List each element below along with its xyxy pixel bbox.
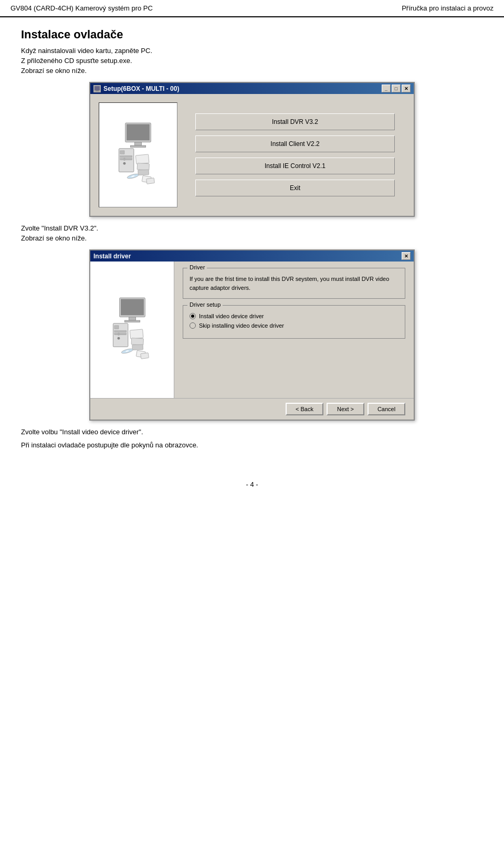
svg-rect-29: [114, 333, 126, 335]
setup-dialog: Setup(6BOX - MULTI - 00) _ □ ✕: [89, 82, 415, 217]
header-subtitle: Kamerový systém pro PC: [76, 4, 153, 12]
driver-setup-group-box: Driver setup Install video device driver…: [183, 305, 405, 339]
svg-rect-21: [121, 299, 144, 316]
svg-point-10: [123, 162, 126, 165]
driver-setup-title: Driver setup: [187, 301, 223, 308]
driver-group-title: Driver: [187, 264, 207, 270]
svg-rect-8: [120, 151, 124, 154]
svg-rect-28: [114, 331, 126, 332]
svg-rect-14: [137, 163, 149, 170]
setup-illustration: [99, 102, 177, 207]
setup-dialog-titlebar: Setup(6BOX - MULTI - 00) _ □ ✕: [90, 83, 414, 94]
back-button[interactable]: < Back: [286, 403, 323, 415]
svg-rect-31: [131, 338, 143, 345]
radio-install-label: Install video device driver: [199, 313, 264, 319]
svg-rect-15: [138, 170, 149, 175]
para4: Zvolte "Install DVR V3.2".: [21, 224, 483, 232]
svg-point-27: [117, 337, 120, 340]
para1: Když nainstalovali video kartu, zapněte …: [21, 47, 483, 55]
svg-rect-23: [124, 320, 140, 322]
svg-rect-22: [129, 317, 135, 321]
svg-rect-11: [120, 156, 132, 158]
radio-skip-label: Skip installing video device driver: [199, 322, 284, 329]
cancel-button[interactable]: Cancel: [368, 403, 405, 415]
install-close-btn[interactable]: ✕: [402, 252, 411, 260]
install-titlebar-left: Install driver: [93, 253, 131, 260]
setup-dialog-title: Setup(6BOX - MULTI - 00): [103, 85, 179, 92]
radio-install[interactable]: Install video device driver: [190, 313, 398, 319]
svg-rect-2: [96, 90, 99, 91]
setup-dialog-body: Install DVR V3.2 Install Client V2.2 Ins…: [90, 94, 414, 216]
manual-title: Příručka pro instalaci a provoz: [402, 4, 494, 12]
install-right-panel: Driver If you are the frist time to inst…: [174, 262, 414, 398]
para6: Zvolte volbu "Install video device drive…: [21, 428, 483, 436]
radio-install-circle[interactable]: [190, 313, 196, 319]
radio-skip-circle[interactable]: [190, 322, 196, 329]
svg-rect-25: [114, 326, 118, 329]
next-button[interactable]: Next >: [327, 403, 364, 415]
dialog-footer: < Back Next > Cancel: [90, 398, 414, 420]
page-header: GV804 (CARD-4CH) Kamerový systém pro PC …: [0, 0, 504, 17]
svg-rect-19: [146, 178, 155, 184]
svg-rect-36: [140, 353, 149, 359]
install-driver-dialog: Install driver ✕: [89, 249, 415, 421]
close-btn[interactable]: ✕: [402, 85, 411, 92]
setup-buttons-panel: Install DVR V3.2 Install Client V2.2 Ins…: [185, 102, 405, 207]
section-title: Instalace ovladače: [21, 28, 483, 41]
svg-rect-6: [130, 145, 145, 147]
titlebar-left: Setup(6BOX - MULTI - 00): [93, 85, 179, 92]
header-right: Příručka pro instalaci a provoz: [402, 4, 494, 12]
install-win-controls: ✕: [402, 252, 411, 260]
install-dvr-btn[interactable]: Install DVR V3.2: [195, 113, 395, 130]
install-client-btn[interactable]: Install Client V2.2: [195, 135, 395, 152]
svg-rect-1: [94, 86, 100, 90]
svg-rect-12: [120, 159, 132, 160]
page-number: - 4 -: [21, 480, 483, 488]
install-illustration: [90, 262, 174, 398]
radio-skip[interactable]: Skip installing video device driver: [190, 322, 398, 329]
driver-group-text: If you are the frist time to install thi…: [190, 275, 398, 292]
svg-rect-13: [135, 154, 149, 164]
svg-rect-5: [135, 142, 142, 146]
install-dialog-titlebar: Install driver ✕: [90, 250, 414, 262]
svg-rect-30: [130, 329, 143, 339]
svg-rect-4: [127, 124, 150, 141]
para5: Zobrazí se okno níže.: [21, 234, 483, 242]
install-ie-btn[interactable]: Install IE Control V2.1: [195, 158, 395, 174]
para7: Při instalaci ovladače postupujte dle po…: [21, 441, 483, 449]
driver-group-box: Driver If you are the frist time to inst…: [183, 268, 405, 299]
install-dialog-title: Install driver: [93, 253, 131, 260]
win-controls: _ □ ✕: [382, 85, 411, 92]
install-driver-body: Driver If you are the frist time to inst…: [90, 262, 414, 398]
maximize-btn[interactable]: □: [392, 85, 401, 92]
main-content: Instalace ovladače Když nainstalovali vi…: [0, 23, 504, 509]
para2: Z přiloženého CD spusťte setup.exe.: [21, 57, 483, 65]
minimize-btn[interactable]: _: [382, 85, 391, 92]
exit-btn[interactable]: Exit: [195, 180, 395, 196]
svg-rect-32: [132, 344, 143, 350]
product-code: GV804 (CARD-4CH): [10, 4, 74, 12]
titlebar-icon: [93, 85, 101, 92]
para3: Zobrazí se okno níže.: [21, 67, 483, 75]
header-left: GV804 (CARD-4CH) Kamerový systém pro PC: [10, 4, 153, 12]
